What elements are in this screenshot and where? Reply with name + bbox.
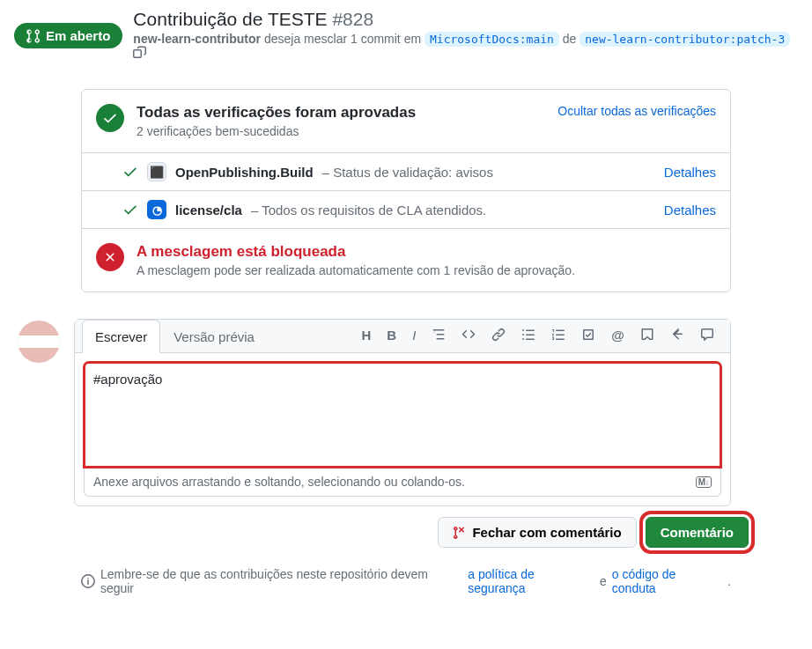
saved-replies-icon[interactable]: [700, 328, 714, 344]
reply-icon[interactable]: [670, 328, 684, 344]
tab-write[interactable]: Escrever: [82, 320, 160, 353]
comment-button[interactable]: Comentário: [646, 517, 749, 548]
blocked-title: A mesclagem está bloqueada: [137, 243, 716, 261]
check-details-link[interactable]: Detalhes: [664, 165, 716, 180]
heading-icon[interactable]: H: [362, 328, 372, 344]
info-icon: [81, 574, 95, 588]
check-icon: [122, 164, 138, 180]
blocked-sub: A mesclagem pode ser realizada automatic…: [137, 263, 716, 277]
markdown-icon[interactable]: M↓: [696, 476, 712, 488]
quote-icon[interactable]: [432, 328, 446, 344]
bullet-list-icon[interactable]: [521, 328, 535, 344]
bold-icon[interactable]: B: [387, 328, 396, 344]
openpublishing-icon: ⬛: [147, 162, 166, 181]
avatar: [18, 321, 60, 363]
base-branch[interactable]: MicrosoftDocs:main: [424, 32, 559, 47]
status-label: Em aberto: [46, 28, 110, 43]
checks-summary-title: Todas as verificações foram aprovadas: [137, 104, 545, 122]
security-policy-link[interactable]: a política de segurança: [468, 567, 594, 595]
merge-description: new-learn-contributor deseja mesclar 1 c…: [133, 32, 798, 63]
status-badge: Em aberto: [14, 23, 122, 48]
code-of-conduct-link[interactable]: o código de conduta: [612, 567, 722, 595]
pr-title: Contribuição de TESTE #828: [133, 9, 798, 30]
check-row: ⬛ OpenPublishing.Build – Status de valid…: [82, 153, 730, 191]
task-list-icon[interactable]: [581, 328, 595, 344]
check-success-icon: [96, 104, 124, 132]
comment-box: Escrever Versão prévia H B I @ #aprovaçã…: [74, 319, 731, 506]
pull-request-icon: [26, 29, 41, 43]
check-desc: – Status de validação: avisos: [322, 165, 493, 180]
hide-checks-link[interactable]: Ocultar todas as verificações: [557, 104, 716, 118]
link-icon[interactable]: [491, 328, 506, 344]
number-list-icon[interactable]: [551, 328, 565, 344]
check-name: OpenPublishing.Build: [175, 165, 314, 180]
check-details-link[interactable]: Detalhes: [664, 203, 716, 218]
italic-icon[interactable]: I: [412, 328, 416, 344]
code-icon[interactable]: [461, 328, 476, 344]
comment-textarea[interactable]: #aprovação: [84, 362, 721, 468]
footer-note: Lembre-se de que as contribuições neste …: [81, 567, 731, 595]
check-row: ◔ license/cla – Todos os requisitos de C…: [82, 191, 730, 229]
copy-icon[interactable]: [133, 48, 147, 63]
checks-summary-sub: 2 verificações bem-sucedidas: [137, 124, 545, 138]
formatting-toolbar: H B I @: [353, 321, 724, 351]
mention-icon[interactable]: @: [611, 328, 624, 344]
check-name: license/cla: [175, 203, 242, 218]
blocked-icon: [96, 243, 124, 271]
attach-bar[interactable]: Anexe arquivos arrastando e soltando, se…: [84, 468, 721, 497]
cla-icon: ◔: [147, 200, 166, 219]
check-icon: [122, 202, 138, 218]
reference-icon[interactable]: [640, 328, 654, 344]
tab-preview[interactable]: Versão prévia: [160, 320, 268, 353]
merge-status-box: Todas as verificações foram aprovadas 2 …: [81, 89, 731, 292]
closed-pr-icon: [453, 526, 467, 540]
close-with-comment-button[interactable]: Fechar com comentário: [438, 517, 636, 548]
compare-branch[interactable]: new-learn-contributor:patch-3: [579, 32, 790, 47]
check-desc: – Todos os requisitos de CLA atendidos.: [251, 203, 486, 218]
